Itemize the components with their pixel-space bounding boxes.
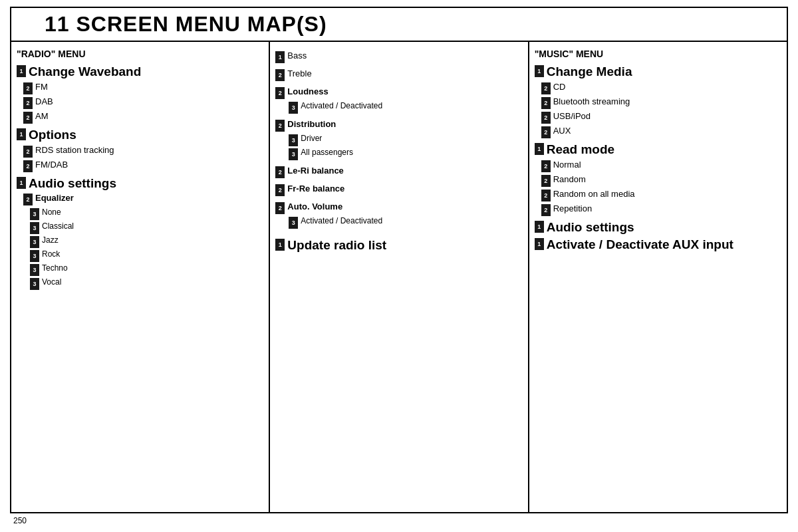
level2-cd: 2 CD (535, 82, 781, 94)
label-fmdab: FM/DAB (35, 160, 68, 171)
badge-2-fmdab: 2 (23, 160, 33, 172)
badge-3-passengers: 3 (289, 148, 298, 160)
label-rock: Rock (42, 249, 60, 260)
page-title: 11 SCREEN MENU MAP(S) (45, 12, 327, 37)
columns-wrapper: "RADIO" MENU 1 Change Waveband 2 FM 2 DA… (10, 41, 788, 513)
label-loudness: Loudness (287, 86, 328, 98)
level1-change-waveband: 1 Change Waveband (17, 65, 263, 80)
radio-column: "RADIO" MENU 1 Change Waveband 2 FM 2 DA… (11, 42, 270, 512)
audio-column: 1 Bass 2 Treble 2 Loudness 3 Activated /… (270, 42, 529, 512)
label-repetition: Repetition (553, 203, 593, 215)
title-banner: 11 SCREEN MENU MAP(S) (10, 7, 788, 41)
level1-update-radio: 1 Update radio list (275, 238, 522, 253)
badge-2-fm: 2 (23, 82, 33, 94)
radio-menu-title: "RADIO" MENU (17, 49, 263, 59)
level2-fmdab: 2 FM/DAB (17, 160, 263, 172)
label-driver: Driver (301, 134, 322, 144)
label-aux-activate: Activate / Deactivate AUX input (547, 237, 733, 253)
level2-autovol: 2 Auto. Volume (275, 201, 522, 214)
level2-repetition: 2 Repetition (535, 203, 781, 216)
label-music-audio: Audio settings (547, 220, 634, 235)
badge-2-eq: 2 (23, 194, 33, 205)
level2-rds: 2 RDS station tracking (17, 145, 263, 158)
level3-loudness-activated: 3 Activated / Deactivated (275, 101, 522, 114)
label-classical: Classical (42, 221, 74, 232)
level2-bass: 1 Bass (275, 51, 522, 63)
level3-all-passengers: 3 All passengers (275, 148, 522, 160)
level3-vocal: 3 Vocal (17, 277, 263, 290)
badge-3-loudness: 3 (289, 102, 298, 114)
badge-1: 1 (17, 65, 26, 77)
label-update-radio: Update radio list (287, 238, 386, 253)
label-dab: DAB (35, 96, 53, 108)
page-number: 250 (10, 516, 788, 525)
level2-treble: 2 Treble (275, 68, 522, 81)
badge-2-repetition: 2 (541, 204, 551, 216)
level2-bt: 2 Bluetooth streaming (535, 96, 781, 109)
badge-loudness: 2 (275, 87, 285, 99)
label-vocal: Vocal (42, 277, 61, 288)
level2-am: 2 AM (17, 111, 263, 124)
label-techno: Techno (42, 263, 68, 274)
level3-jazz: 3 Jazz (17, 235, 263, 248)
label-aux: AUX (553, 126, 571, 137)
label-change-media: Change Media (547, 65, 632, 80)
music-menu-title: "MUSIC" MENU (535, 49, 781, 59)
badge-2-usb: 2 (541, 112, 551, 124)
level1-options: 1 Options (17, 128, 263, 143)
label-usb: USB/iPod (553, 111, 591, 122)
level3-driver: 3 Driver (275, 134, 522, 146)
badge-2-dab: 2 (23, 97, 33, 109)
badge-treble: 2 (275, 69, 285, 81)
badge-1-media: 1 (535, 65, 544, 77)
badge-1-options: 1 (17, 128, 26, 140)
label-random: Random (553, 174, 586, 186)
level2-distribution: 2 Distribution (275, 119, 522, 132)
level1-aux-activate: 1 Activate / Deactivate AUX input (535, 237, 781, 253)
badge-leri: 2 (275, 166, 285, 178)
label-treble: Treble (287, 68, 311, 80)
level3-none: 3 None (17, 207, 263, 220)
label-cd: CD (553, 82, 566, 93)
level1-music-audio: 1 Audio settings (535, 220, 781, 235)
badge-1-aux-activate: 1 (535, 238, 544, 250)
label-change-waveband: Change Waveband (29, 65, 141, 80)
level1-read-mode: 1 Read mode (535, 142, 781, 158)
badge-2-random: 2 (541, 175, 551, 187)
level3-classical: 3 Classical (17, 221, 263, 234)
badge-3-jazz: 3 (30, 236, 39, 248)
label-normal: Normal (553, 160, 581, 171)
badge-bass: 1 (275, 51, 285, 63)
badge-autovol: 2 (275, 202, 285, 214)
badge-update-radio: 1 (275, 239, 285, 251)
badge-2-rds: 2 (23, 146, 33, 158)
label-fm: FM (35, 82, 48, 93)
level3-techno: 3 Techno (17, 263, 263, 276)
badge-2-bt: 2 (541, 97, 551, 109)
badge-2-aux: 2 (541, 126, 551, 138)
level1-change-media: 1 Change Media (535, 65, 781, 80)
level3-rock: 3 Rock (17, 249, 263, 262)
label-audio-settings: Audio settings (29, 176, 116, 192)
level2-random: 2 Random (535, 174, 781, 187)
label-random-all: Random on all media (553, 189, 635, 200)
badge-distribution: 2 (275, 120, 285, 132)
level2-loudness: 2 Loudness (275, 86, 522, 99)
badge-3-rock: 3 (30, 250, 39, 262)
level2-usb: 2 USB/iPod (535, 111, 781, 124)
level2-normal: 2 Normal (535, 160, 781, 172)
badge-frre: 2 (275, 184, 285, 196)
badge-1-read: 1 (535, 143, 544, 155)
badge-3-techno: 3 (30, 264, 39, 276)
label-am: AM (35, 111, 49, 122)
badge-3-classical: 3 (30, 222, 39, 234)
label-loudness-activated: Activated / Deactivated (301, 101, 382, 112)
level1-audio-settings: 1 Audio settings (17, 176, 263, 192)
label-none: None (42, 207, 61, 218)
label-bt: Bluetooth streaming (553, 96, 630, 108)
badge-1-music-audio: 1 (535, 221, 544, 233)
label-equalizer: Equalizer (35, 193, 74, 204)
label-rds: RDS station tracking (35, 145, 114, 156)
badge-2-am: 2 (23, 112, 33, 124)
label-distribution: Distribution (287, 119, 336, 130)
